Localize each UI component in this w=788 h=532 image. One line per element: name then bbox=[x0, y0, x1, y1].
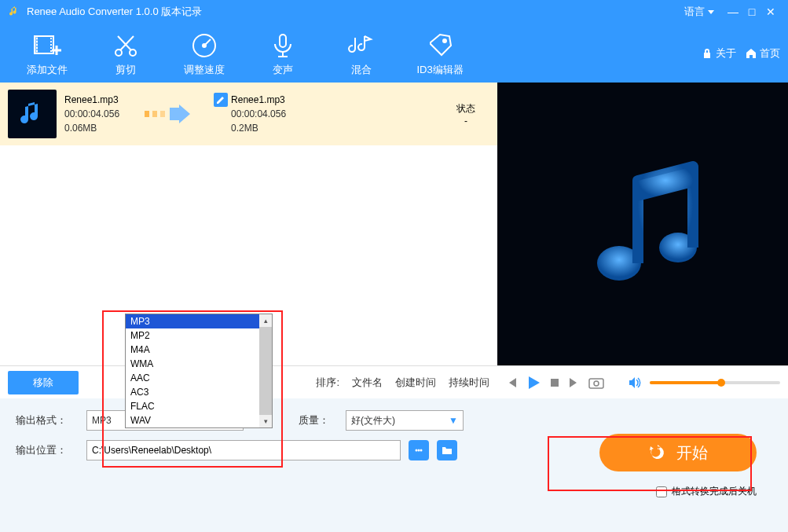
svg-rect-5 bbox=[36, 44, 38, 46]
svg-rect-4 bbox=[36, 41, 38, 42]
play-button[interactable] bbox=[526, 375, 541, 391]
toolbar-add-file[interactable]: 添加文件 bbox=[8, 30, 86, 77]
sort-options: 排序: 文件名 创建时间 持续时间 bbox=[316, 376, 489, 390]
output-panel: 输出格式： MP3 ▼ 质量： 好(文件大) ▼ 输出位置： 开始 格式转换完成… bbox=[0, 398, 788, 532]
shutdown-checkbox[interactable] bbox=[656, 486, 667, 497]
remove-button[interactable]: 移除 bbox=[8, 371, 79, 394]
output-file-duration: 00:00:04.056 bbox=[231, 107, 286, 121]
close-button[interactable]: ✕ bbox=[761, 6, 780, 18]
file-row[interactable]: Renee1.mp3 00:00:04.056 0.06MB Renee1.mp… bbox=[0, 83, 497, 145]
format-option-wav[interactable]: WAV bbox=[126, 413, 272, 427]
file-thumbnail bbox=[8, 90, 57, 138]
format-option-mp3[interactable]: MP3 bbox=[126, 314, 272, 328]
volume-icon[interactable] bbox=[628, 376, 642, 389]
controls-bar: 移除 排序: 文件名 创建时间 持续时间 bbox=[0, 365, 788, 398]
volume-slider[interactable] bbox=[650, 381, 780, 384]
quality-select-value: 好(文件大) bbox=[351, 414, 395, 427]
format-option-aac[interactable]: AAC bbox=[126, 371, 272, 385]
start-button[interactable]: 开始 bbox=[599, 434, 757, 471]
edit-output-icon[interactable] bbox=[214, 93, 228, 107]
source-file-duration: 00:00:04.056 bbox=[64, 107, 119, 121]
location-label: 输出位置： bbox=[16, 443, 79, 457]
sort-by-filename[interactable]: 文件名 bbox=[352, 376, 383, 390]
svg-rect-6 bbox=[36, 47, 38, 49]
arrow-icon bbox=[143, 105, 190, 123]
svg-rect-31 bbox=[551, 379, 559, 387]
svg-point-34 bbox=[416, 449, 418, 452]
quality-select[interactable]: 好(文件大) ▼ bbox=[346, 410, 464, 431]
toolbar-voice[interactable]: 变声 bbox=[244, 30, 322, 77]
svg-rect-9 bbox=[50, 41, 52, 42]
svg-point-25 bbox=[443, 39, 446, 42]
toolbar-speed[interactable]: 调整速度 bbox=[165, 30, 244, 77]
svg-line-17 bbox=[120, 36, 134, 50]
sort-by-created[interactable]: 创建时间 bbox=[395, 376, 436, 390]
svg-rect-26 bbox=[145, 111, 149, 117]
format-option-flac[interactable]: FLAC bbox=[126, 399, 272, 413]
next-button[interactable] bbox=[568, 376, 581, 389]
output-file-size: 0.2MB bbox=[231, 121, 286, 135]
format-option-mp2[interactable]: MP2 bbox=[126, 328, 272, 343]
svg-rect-3 bbox=[36, 38, 38, 39]
svg-rect-28 bbox=[160, 111, 165, 117]
toolbar-id3[interactable]: ID3编辑器 bbox=[401, 30, 479, 77]
mix-icon bbox=[347, 30, 376, 61]
main-area: Renee1.mp3 00:00:04.056 0.06MB Renee1.mp… bbox=[0, 83, 788, 365]
toolbar-cut[interactable]: 剪切 bbox=[86, 30, 165, 77]
svg-rect-11 bbox=[50, 47, 52, 49]
svg-point-36 bbox=[420, 449, 423, 452]
source-file-size: 0.06MB bbox=[64, 121, 119, 135]
svg-rect-10 bbox=[50, 44, 52, 46]
source-file-info: Renee1.mp3 00:00:04.056 0.06MB bbox=[64, 93, 119, 135]
scissors-icon bbox=[112, 30, 140, 61]
dropdown-scrollbar[interactable]: ▴ ▾ bbox=[259, 314, 272, 427]
app-logo-icon bbox=[8, 6, 20, 18]
language-menu[interactable]: 语言 bbox=[684, 5, 714, 19]
format-label: 输出格式： bbox=[16, 413, 79, 427]
prev-button[interactable] bbox=[505, 376, 518, 389]
about-link[interactable]: 关于 bbox=[702, 46, 736, 61]
format-option-wma[interactable]: WMA bbox=[126, 357, 272, 371]
home-icon bbox=[746, 48, 757, 59]
chevron-down-icon bbox=[708, 10, 714, 14]
tag-icon bbox=[426, 30, 454, 61]
music-note-icon bbox=[556, 138, 729, 310]
toolbar-mix[interactable]: 混合 bbox=[322, 30, 401, 77]
snapshot-button[interactable] bbox=[588, 376, 604, 389]
microphone-icon bbox=[269, 30, 297, 61]
output-file-info: Renee1.mp3 00:00:04.056 0.2MB bbox=[231, 93, 286, 135]
shutdown-label: 格式转换完成后关机 bbox=[672, 485, 757, 498]
sort-by-duration[interactable]: 持续时间 bbox=[449, 376, 489, 390]
source-file-name: Renee1.mp3 bbox=[64, 93, 119, 107]
film-plus-icon bbox=[31, 30, 63, 61]
svg-point-21 bbox=[203, 44, 206, 47]
format-option-m4a[interactable]: M4A bbox=[126, 343, 272, 357]
svg-rect-12 bbox=[50, 50, 52, 52]
browse-folder-button[interactable] bbox=[437, 440, 457, 460]
home-link[interactable]: 首页 bbox=[746, 46, 780, 61]
status-column: 状态 - bbox=[442, 102, 489, 127]
preview-pane bbox=[497, 83, 788, 365]
toolbar: 添加文件 剪切 调整速度 变声 混合 ID3编辑器 关于 bbox=[0, 24, 788, 83]
toolbar-right-links: 关于 首页 bbox=[702, 46, 780, 61]
format-option-ac3[interactable]: AC3 bbox=[126, 385, 272, 399]
maximize-button[interactable]: □ bbox=[742, 6, 761, 18]
location-input[interactable] bbox=[86, 440, 401, 460]
output-file-name: Renee1.mp3 bbox=[231, 93, 286, 107]
svg-rect-22 bbox=[280, 35, 286, 47]
svg-rect-32 bbox=[589, 379, 603, 388]
format-dropdown-list[interactable]: MP3MP2M4AWMAAACAC3FLACWAV ▴ ▾ bbox=[125, 314, 273, 428]
format-select-value: MP3 bbox=[92, 415, 112, 426]
gauge-icon bbox=[190, 30, 218, 61]
scroll-up-icon[interactable]: ▴ bbox=[259, 314, 272, 327]
shutdown-checkbox-row[interactable]: 格式转换完成后关机 bbox=[656, 485, 757, 498]
svg-rect-27 bbox=[152, 111, 157, 117]
lock-icon bbox=[702, 48, 713, 59]
open-path-button[interactable] bbox=[409, 440, 429, 460]
minimize-button[interactable]: — bbox=[724, 6, 742, 18]
sort-label: 排序: bbox=[316, 376, 339, 390]
svg-point-33 bbox=[594, 381, 599, 386]
stop-button[interactable] bbox=[549, 377, 560, 388]
svg-point-35 bbox=[418, 449, 420, 452]
scroll-down-icon[interactable]: ▾ bbox=[259, 415, 272, 427]
